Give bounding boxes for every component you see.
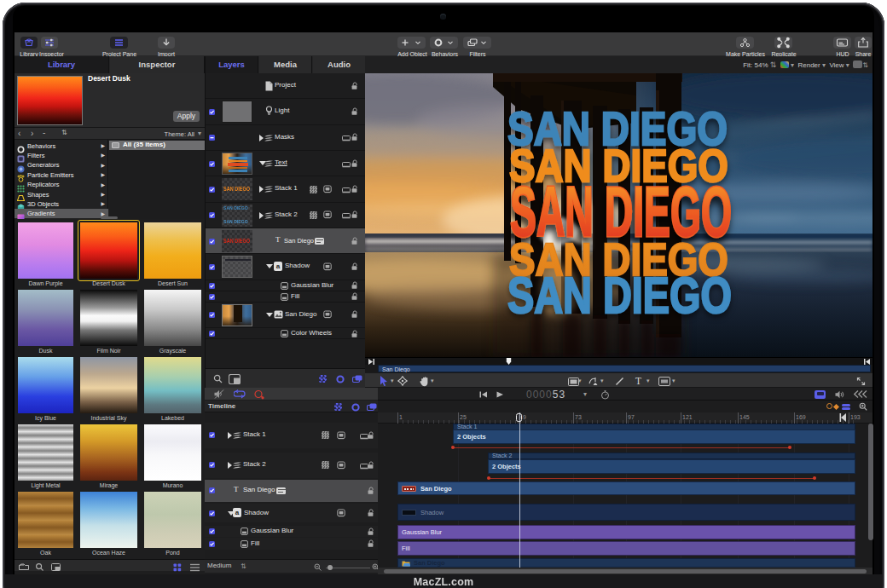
svg-text:SAN DIEGO: SAN DIEGO: [507, 267, 732, 324]
